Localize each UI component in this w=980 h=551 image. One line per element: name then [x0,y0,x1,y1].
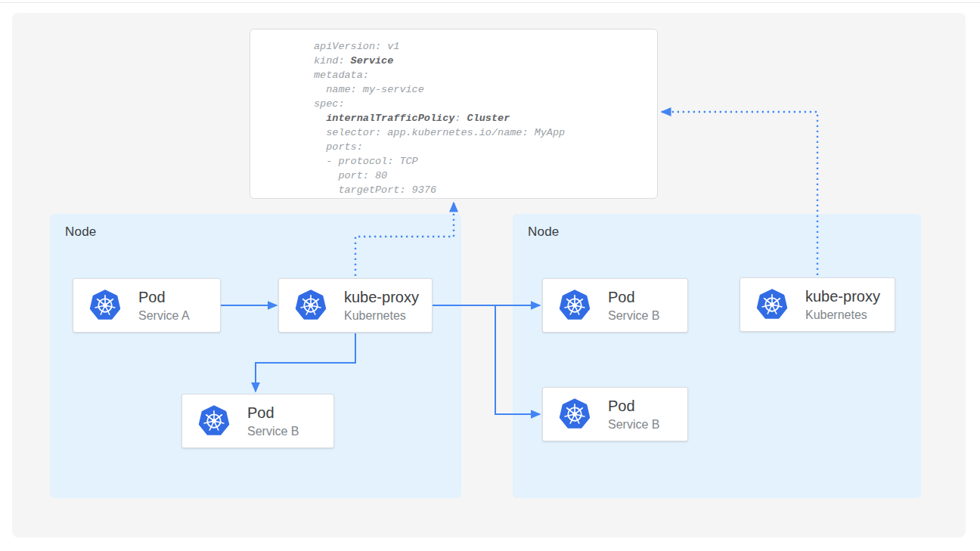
service-yaml-box: apiVersion: v1kind: Servicemetadata: nam… [250,29,658,199]
node-label: Node [528,224,559,240]
card-title: Pod [247,403,299,423]
card-kube-proxy-left: kube-proxy Kubernetes [278,278,433,333]
card-pod-service-a: Pod Service A [73,278,221,333]
card-title: Pod [608,396,659,416]
diagram-stage: Node Node apiVersion: v1kind: Servicemet… [0,0,980,551]
kubernetes-logo-icon [558,289,591,322]
card-subtitle: Service B [247,423,299,440]
node-box-right: Node [513,214,921,498]
card-title: kube-proxy [344,287,419,307]
node-label: Node [65,224,96,240]
card-subtitle: Service A [138,307,190,324]
card-pod-service-b-left: Pod Service B [181,394,334,448]
yaml-code: apiVersion: v1kind: Servicemetadata: nam… [314,39,657,197]
card-kube-proxy-right: kube-proxy Kubernetes [740,277,895,332]
card-subtitle: Kubernetes [805,306,880,323]
card-subtitle: Service B [608,307,659,324]
node-box-left: Node [50,214,461,498]
kubernetes-logo-icon [755,288,789,321]
card-title: kube-proxy [805,286,880,306]
kubernetes-logo-icon [558,398,591,431]
kubernetes-logo-icon [294,289,327,322]
card-title: Pod [608,287,659,307]
top-divider [0,2,980,3]
card-pod-service-b-right-bottom: Pod Service B [542,387,688,441]
kubernetes-logo-icon [88,289,122,322]
card-subtitle: Kubernetes [344,307,419,324]
kubernetes-logo-icon [197,404,231,438]
card-title: Pod [138,287,190,307]
card-pod-service-b-right-top: Pod Service B [542,278,688,333]
card-subtitle: Service B [608,416,659,433]
